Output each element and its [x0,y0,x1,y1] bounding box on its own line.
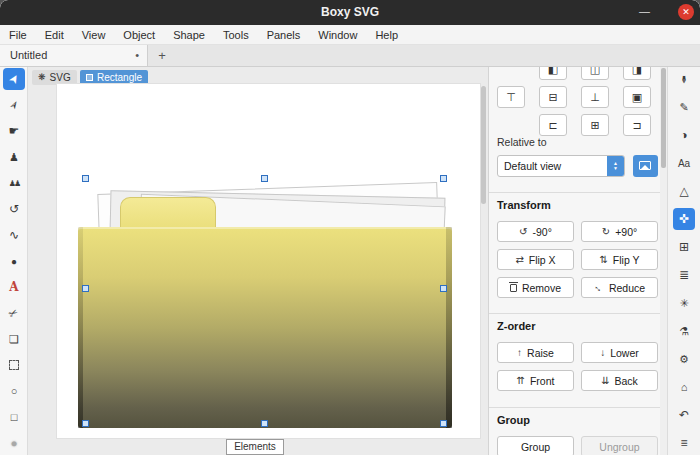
color-picker-panel-button[interactable]: ✒ [673,68,695,90]
contrast-icon: ◑ [680,128,687,142]
front-button[interactable]: ⇈Front [497,370,574,391]
menu-item-window[interactable]: Window [309,25,366,44]
distribute-horizontal-button[interactable]: ⊏ [539,114,567,136]
transform-tool-button[interactable]: ➤ [3,68,25,90]
paint-panel-button[interactable]: ✎ [673,96,695,118]
app-menu-button[interactable]: ≡ [673,432,695,454]
breadcrumb-item-svg[interactable]: ❋ SVG [32,70,77,85]
selection-handle-n[interactable] [261,175,268,182]
geometry-panel-button[interactable]: △ [673,180,695,202]
folder-front-shape [78,227,452,428]
menu-item-view[interactable]: View [73,25,115,44]
document-tab[interactable]: Untitled • [0,45,148,66]
rotate-tool-button[interactable]: ↺ [3,198,25,220]
breadcrumb-item-rectangle[interactable]: Rectangle [80,70,148,85]
view-tool-icon: ❏ [9,333,19,346]
cut-tool-button[interactable]: ✂ [3,302,25,324]
curve-tool-button[interactable]: ∿ [3,224,25,246]
blur-tool-button[interactable]: ● [3,432,25,454]
elements-panel-button[interactable]: Elements [226,439,284,455]
canvas-vertical-scrollbar[interactable] [481,86,486,204]
marquee-tool-icon [9,360,19,370]
folder-right-edge [446,227,452,428]
menu-item-object[interactable]: Object [114,25,164,44]
objects-panel-button[interactable]: ⊞ [673,236,695,258]
list-icon: ≣ [679,268,689,282]
elements-panel-toggle[interactable]: ≣ [673,264,695,286]
group-button[interactable]: Group [497,436,574,455]
align-bottom-edges-button[interactable]: ⊥ [581,86,609,108]
selection-handle-s[interactable] [261,420,268,427]
align-center-button[interactable]: ▣ [623,86,651,108]
rotate-cw-button[interactable]: ↻+90° [581,221,658,242]
pen-icon: ✎ [679,101,688,114]
menu-item-help[interactable]: Help [366,25,407,44]
close-button[interactable]: ✕ [678,4,694,20]
menubar: File Edit View Object Shape Tools Panels… [0,25,700,45]
panel-scrollbar-thumb[interactable] [661,68,666,168]
relative-to-select[interactable]: Default view ▲ ▼ [497,155,625,177]
menu-item-shape[interactable]: Shape [164,25,214,44]
flip-x-icon: ⇄ [515,254,523,265]
curve-tool-icon: ∿ [9,228,19,242]
defs-panel-button[interactable]: ✳ [673,292,695,314]
align-center-horizontal-button[interactable]: ◫ [581,67,609,80]
align-center-horizontal-icon: ◫ [590,67,600,76]
asterisk-icon: ✳ [679,297,688,310]
typography-panel-button[interactable]: Aa [673,152,695,174]
reference-image-button[interactable] [633,155,658,177]
selection-handle-ne[interactable] [440,175,447,182]
align-left-edges-button[interactable]: ◧ [539,67,567,80]
new-tab-button[interactable]: + [152,45,172,66]
generators-panel-button[interactable]: ⚗ [673,320,695,342]
flip-x-button[interactable]: ⇄Flip X [497,249,574,270]
flip-y-button[interactable]: ⇅Flip Y [581,249,658,270]
compositing-panel-button[interactable]: ◑ [673,124,695,146]
raise-button[interactable]: ↑Raise [497,342,574,363]
remove-transform-button[interactable]: Remove [497,277,574,298]
menu-item-file[interactable]: File [0,25,36,44]
arrangement-panel-button[interactable]: ✜ [673,208,695,230]
freehand-tool-button[interactable]: ♟ [3,146,25,168]
align-middle-icon: ⊟ [548,91,557,104]
rotate-ccw-button[interactable]: ↺-90° [497,221,574,242]
text-tool-icon: A [9,280,18,294]
blob-tool-button[interactable]: ● [3,250,25,272]
distribute-vertical-button[interactable]: ⊐ [623,114,651,136]
align-top-edges-button[interactable]: ⊤ [497,86,525,108]
ellipse-tool-button[interactable]: ○ [3,380,25,402]
distribute-center-button[interactable]: ⊞ [581,114,609,136]
reduce-transform-button[interactable]: ↔Reduce [581,277,658,298]
selection-handle-w[interactable] [82,285,89,292]
back-button[interactable]: ⇊Back [581,370,658,391]
align-middle-button[interactable]: ⊟ [539,86,567,108]
menu-item-panels[interactable]: Panels [258,25,310,44]
home-panel-button[interactable]: ⌂ [673,376,695,398]
menu-item-edit[interactable]: Edit [36,25,73,44]
view-tool-button[interactable]: ❏ [3,328,25,350]
double-arrow-up-icon: ⇈ [517,375,525,386]
rotate-ccw-label: -90° [533,226,552,238]
settings-panel-button[interactable]: ⚙ [673,348,695,370]
rect-tool-button[interactable]: □ [3,406,25,428]
menu-item-tools[interactable]: Tools [214,25,258,44]
selection-handle-nw[interactable] [82,175,89,182]
selection-handle-sw[interactable] [82,420,89,427]
history-panel-button[interactable]: ↶ [673,404,695,426]
ungroup-button[interactable]: Ungroup [581,436,658,455]
select-stepper[interactable]: ▲ ▼ [607,156,624,176]
lower-button[interactable]: ↓Lower [581,342,658,363]
multiselect-tool-button[interactable]: ♟♟ [3,172,25,194]
ellipse-tool-icon: ○ [11,385,18,397]
text-tool-button[interactable]: A [3,276,25,298]
edit-tool-button[interactable]: ➢ [3,94,25,116]
selection-handle-e[interactable] [440,285,447,292]
typography-icon: Aa [678,158,690,169]
flask-icon: ⚗ [679,325,689,338]
marquee-tool-button[interactable] [3,354,25,376]
pan-tool-button[interactable]: ☛ [3,120,25,142]
align-right-edges-button[interactable]: ◨ [623,67,651,80]
selection-handle-se[interactable] [440,420,447,427]
minimize-button[interactable]: — [633,0,656,25]
svg-root-icon: ❋ [38,70,46,85]
